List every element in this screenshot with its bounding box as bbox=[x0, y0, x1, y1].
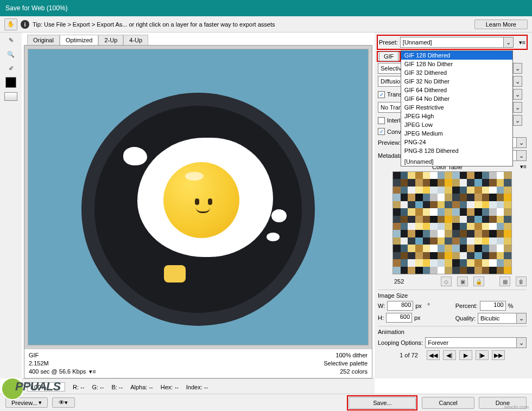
preset-option[interactable]: GIF Restrictive bbox=[401, 103, 512, 112]
preset-option[interactable]: JPEG Medium bbox=[401, 129, 512, 138]
foreground-swatch[interactable] bbox=[5, 77, 16, 88]
loop-select[interactable]: Forever⌄ bbox=[425, 337, 527, 348]
preset-option[interactable]: GIF 128 Dithered bbox=[401, 51, 512, 60]
percent-label: Percent: bbox=[455, 303, 478, 309]
image-size-title: Image Size bbox=[378, 292, 527, 299]
info-palette: Selective palette bbox=[324, 359, 368, 368]
preset-option[interactable]: GIF 128 No Dither bbox=[401, 60, 512, 68]
preset-option[interactable]: PNG-24 bbox=[401, 138, 512, 146]
left-toolbar: ✎ 🔍 ✐ bbox=[0, 33, 22, 378]
preset-option[interactable]: [Unnamed] bbox=[401, 157, 512, 166]
info-icon: i bbox=[21, 20, 29, 29]
ct-btn-trash[interactable]: 🗑 bbox=[516, 277, 527, 286]
interlaced-checkbox[interactable] bbox=[378, 117, 385, 124]
zoom-tool-icon[interactable]: 🔍 bbox=[5, 49, 16, 60]
cancel-button[interactable]: Cancel bbox=[422, 397, 474, 409]
eyedropper-tool-icon[interactable]: ✐ bbox=[5, 63, 16, 74]
w-label: W: bbox=[378, 303, 385, 309]
width-input[interactable]: 800 bbox=[387, 301, 413, 311]
preview-tabs: Original Optimized 2-Up 4-Up bbox=[27, 35, 373, 45]
tip-text: Tip: Use File > Export > Export As... or… bbox=[33, 21, 275, 28]
chevron-down-icon: ⌄ bbox=[503, 37, 513, 47]
percent-input[interactable]: 100 bbox=[480, 301, 506, 311]
preset-label: Preset: bbox=[379, 39, 398, 46]
height-input[interactable]: 600 bbox=[386, 313, 412, 323]
info-dither: 100% dither bbox=[324, 351, 368, 359]
speed-menu-icon[interactable]: ▾≡ bbox=[89, 368, 96, 376]
ct-btn-1[interactable]: ◇ bbox=[441, 277, 452, 286]
ct-btn-2[interactable]: ▣ bbox=[457, 277, 468, 286]
play-button[interactable]: ▶ bbox=[459, 350, 472, 360]
info-speed: 400 sec @ 56.6 Kbps bbox=[29, 368, 86, 376]
tab-2up[interactable]: 2-Up bbox=[98, 35, 123, 45]
color-table-menu-icon[interactable]: ▾≡ bbox=[520, 163, 527, 170]
info-format: GIF bbox=[29, 351, 96, 359]
format-gif-button[interactable]: GIF bbox=[379, 52, 398, 61]
save-button[interactable]: Save... bbox=[349, 397, 416, 409]
bottom-bar: Preview...▾ 👁▾ Save... Cancel Done wsxdn… bbox=[0, 394, 532, 411]
animation-title: Animation bbox=[378, 329, 527, 335]
tab-optimized[interactable]: Optimized bbox=[60, 35, 99, 45]
tab-original[interactable]: Original bbox=[27, 35, 60, 45]
settings-panel: Preset: [Unnamed] ⌄ GIF 128 DitheredGIF … bbox=[375, 33, 532, 378]
window-title: Save for Web (100%) bbox=[0, 0, 532, 16]
learn-more-button[interactable]: Learn More bbox=[474, 20, 528, 29]
frame-counter: 1 of 72 bbox=[400, 352, 418, 358]
watermark: wsxdn.com bbox=[504, 404, 529, 410]
transparency-checkbox[interactable]: ✓ bbox=[378, 91, 385, 98]
preview-info: GIF 2.152M 400 sec @ 56.6 Kbps ▾≡ 100% d… bbox=[24, 349, 372, 378]
preset-option[interactable]: GIF 32 No Dither bbox=[401, 77, 512, 86]
first-frame-button[interactable]: ◀◀ bbox=[427, 350, 440, 360]
preview-canvas[interactable] bbox=[28, 49, 369, 345]
color-count: 252 bbox=[394, 278, 404, 285]
preset-option[interactable]: GIF 64 No Dither bbox=[401, 94, 512, 103]
tab-4up[interactable]: 4-Up bbox=[123, 35, 148, 45]
loop-label: Looping Options: bbox=[378, 339, 423, 346]
preset-option[interactable]: JPEG Low bbox=[401, 120, 512, 129]
preset-select[interactable]: [Unnamed] ⌄ GIF 128 DitheredGIF 128 No D… bbox=[400, 37, 514, 48]
preview-browser-button[interactable]: 👁▾ bbox=[52, 397, 75, 408]
appuals-logo: PPUALS bbox=[0, 376, 35, 402]
next-frame-button[interactable]: |▶ bbox=[476, 350, 489, 360]
preset-option[interactable]: JPEG High bbox=[401, 112, 512, 120]
preset-dropdown-list[interactable]: GIF 128 DitheredGIF 128 No DitherGIF 32 … bbox=[401, 50, 513, 166]
slice-tool-icon[interactable]: ✎ bbox=[5, 35, 16, 46]
quality-select[interactable]: Bicubic⌄ bbox=[478, 313, 527, 324]
toggle-slices-button[interactable] bbox=[4, 92, 17, 101]
last-frame-button[interactable]: ▶▶ bbox=[492, 350, 505, 360]
convert-srgb-checkbox[interactable]: ✓ bbox=[378, 128, 385, 135]
info-colors: 252 colors bbox=[324, 368, 368, 376]
preset-option[interactable]: PNG-8 128 Dithered bbox=[401, 146, 512, 155]
hand-tool-icon[interactable]: ✋ bbox=[4, 18, 17, 30]
quality-label: Quality: bbox=[455, 315, 476, 322]
preset-option[interactable]: GIF 64 Dithered bbox=[401, 86, 512, 94]
color-table-grid[interactable] bbox=[392, 171, 512, 274]
preset-menu-icon[interactable]: ▾≡ bbox=[519, 39, 525, 46]
h-label: H: bbox=[378, 314, 384, 321]
link-icon[interactable]: ⚬ bbox=[425, 301, 433, 308]
ct-btn-new[interactable]: ▦ bbox=[499, 277, 510, 286]
ct-btn-lock[interactable]: 🔒 bbox=[473, 277, 484, 286]
tip-bar: ✋ i Tip: Use File > Export > Export As..… bbox=[0, 16, 532, 33]
prev-frame-button[interactable]: ◀| bbox=[443, 350, 456, 360]
info-size: 2.152M bbox=[29, 359, 96, 368]
zoom-bar: 100%⌄ R: -- G: -- B: -- Alpha: -- Hex: -… bbox=[22, 378, 375, 395]
preset-option[interactable]: GIF 32 Dithered bbox=[401, 68, 512, 77]
